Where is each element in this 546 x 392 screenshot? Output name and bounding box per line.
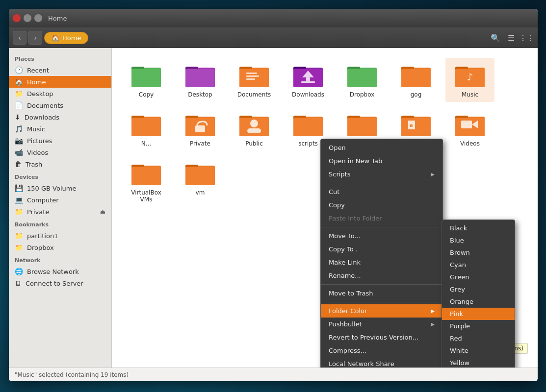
svg-rect-11 [246,78,255,80]
svg-rect-61 [185,167,215,185]
sidebar-item-downloads[interactable]: ⬇ Downloads [9,111,111,123]
color-item-brown[interactable]: Brown [442,246,515,259]
folder-icon-templates: a [400,111,432,138]
location-button[interactable]: 🏠 Home [44,32,88,44]
sidebar-item-connect-server[interactable]: 🖥 Connect to Server [9,277,111,289]
sidebar-item-dropbox[interactable]: 📁 Dropbox [9,242,111,253]
sidebar-item-recent[interactable]: 🕐 Recent [9,64,111,76]
color-item-blue[interactable]: Blue [442,234,515,246]
ctx-sep2 [321,227,442,227]
file-label-nemo: N... [141,140,151,147]
ctx-move-to[interactable]: Move To... [321,229,442,243]
sidebar-item-pictures[interactable]: 📷 Pictures [9,135,111,147]
sidebar-item-browse-network[interactable]: 🌐 Browse Network [9,266,111,277]
file-label-public: Public [245,140,263,147]
color-pink-label: Pink [450,310,463,318]
sidebar-item-home[interactable]: 🏠 Home [9,76,111,88]
folder-icon-vm [184,160,216,187]
sidebar-item-music[interactable]: 🎵 Music [9,123,111,135]
ctx-paste[interactable]: Paste Into Folder [321,212,442,225]
ctx-folder-color-label: Folder Color [329,307,367,315]
ctx-move-trash[interactable]: Move to Trash [321,287,442,300]
color-item-purple[interactable]: Purple [442,320,515,332]
back-button[interactable]: ‹ [13,31,26,45]
svg-rect-42 [293,118,323,136]
maximize-button[interactable] [34,14,42,22]
ctx-copy[interactable]: Copy [321,198,442,212]
color-item-orange[interactable]: Orange [442,295,515,308]
color-item-white[interactable]: White [442,344,515,357]
file-label-vm: vm [196,189,205,196]
file-item-documents[interactable]: Documents [230,58,279,102]
color-item-green[interactable]: Green [442,271,515,283]
sidebar-item-trash[interactable]: 🗑 Trash [9,158,111,170]
color-item-grey[interactable]: Grey [442,283,515,295]
color-red-label: Red [450,335,462,342]
sidebar-label-recent: Recent [27,67,49,74]
ctx-sep1 [321,183,442,183]
grid-view-button[interactable]: ⋮⋮ [520,31,534,45]
ctx-compress[interactable]: Compress... [321,344,442,357]
ctx-copy-to[interactable]: Copy To . [321,243,442,256]
dropbox-icon: 📁 [15,244,23,251]
sidebar-item-desktop[interactable]: 📁 Desktop [9,88,111,99]
ctx-pushbullet[interactable]: Pushbullet ▶ [321,318,442,331]
ctx-open[interactable]: Open [321,141,442,154]
file-item-music[interactable]: ♪ Music [445,58,494,102]
file-item-copy[interactable]: Copy [122,58,171,102]
sidebar-item-documents[interactable]: 📄 Documents [9,99,111,111]
ctx-folder-color[interactable]: Folder Color ▶ [321,304,442,318]
videos-icon: 📹 [15,148,23,156]
sidebar-item-computer[interactable]: 💻 Computer [9,194,111,206]
svg-rect-54 [461,121,472,128]
file-item-desktop[interactable]: Desktop [176,58,225,102]
sidebar-item-150gb[interactable]: 💾 150 GB Volume [9,182,111,194]
ctx-local-network[interactable]: Local Network Share [321,357,442,368]
color-item-cyan[interactable]: Cyan [442,259,515,271]
ctx-cut[interactable]: Cut [321,185,442,198]
file-item-vm[interactable]: vm [176,156,225,207]
file-label-copy: Copy [139,91,154,98]
folder-icon-gog [400,62,432,89]
color-cyan-label: Cyan [450,261,466,269]
sidebar-item-private[interactable]: 📁 Private ⏏ [9,206,111,218]
svg-rect-45 [347,118,377,136]
ctx-copy-label: Copy [329,201,345,209]
list-view-button[interactable]: ☰ [504,31,518,45]
eject-icon[interactable]: ⏏ [100,208,105,215]
downloads-icon: ⬇ [15,113,21,121]
sidebar-item-partition1[interactable]: 📁 partition1 [9,230,111,242]
color-item-yellow[interactable]: Yellow [442,357,515,368]
network-section-title: Network [9,253,111,266]
svg-rect-30 [131,118,161,136]
ctx-paste-label: Paste Into Folder [329,215,382,222]
forward-button[interactable]: › [28,31,42,45]
file-item-gog[interactable]: gog [391,58,441,102]
file-item-videos[interactable]: Videos [445,107,494,151]
ctx-open-new-tab-label: Open in New Tab [329,157,382,165]
file-item-virtualbox[interactable]: VirtualBox VMs [122,156,171,207]
file-item-downloads[interactable]: Downloads [284,58,333,102]
file-item-nemo[interactable]: N... [122,107,171,151]
folder-icon-virtualbox [130,160,162,187]
sidebar: Places 🕐 Recent 🏠 Home 📁 Desktop 📄 Docum… [9,48,112,368]
sidebar-label-browse-network: Browse Network [27,268,79,275]
ctx-scripts[interactable]: Scripts ▶ [321,168,442,181]
svg-rect-20 [347,69,377,87]
color-item-black[interactable]: Black [442,222,515,234]
svg-rect-9 [246,73,257,74]
file-item-private[interactable]: Private [176,107,225,151]
close-button[interactable] [13,14,21,22]
color-item-red[interactable]: Red [442,332,515,344]
ctx-make-link[interactable]: Make Link [321,256,442,269]
minimize-button[interactable] [24,14,31,22]
color-item-pink[interactable]: Pink [442,308,515,320]
file-item-public[interactable]: Public [230,107,279,151]
sidebar-item-videos[interactable]: 📹 Videos [9,147,111,158]
search-button[interactable]: 🔍 [489,31,502,45]
file-item-dropbox[interactable]: Dropbox [338,58,387,102]
ctx-rename[interactable]: Rename... [321,269,442,282]
ctx-open-new-tab[interactable]: Open in New Tab [321,154,442,168]
ctx-cut-label: Cut [329,188,339,196]
ctx-revert[interactable]: Revert to Previous Version... [321,331,442,344]
